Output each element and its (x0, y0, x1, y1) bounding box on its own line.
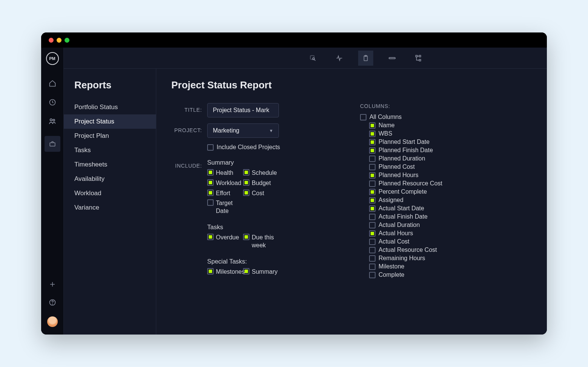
sidebar-item[interactable]: Project Status (64, 114, 156, 129)
reports-sidebar: Reports Portfolio StatusProject StatusPr… (64, 69, 156, 335)
include-option-label: Target Date (216, 199, 243, 215)
include-option[interactable]: Overdue (207, 234, 243, 250)
close-window-icon[interactable] (49, 38, 54, 43)
home-icon[interactable] (48, 79, 57, 88)
svg-rect-10 (389, 57, 396, 59)
title-input[interactable] (207, 103, 279, 117)
column-option[interactable]: WBS (369, 130, 442, 137)
sidebar-item[interactable]: Workload (64, 186, 156, 200)
column-option-label: Percent Complete (379, 188, 427, 195)
column-option[interactable]: Milestone (369, 263, 442, 270)
checkbox-icon (369, 247, 376, 253)
column-option-label: WBS (379, 130, 392, 137)
hierarchy-icon[interactable] (411, 51, 426, 66)
checkbox-icon (369, 164, 376, 170)
include-option[interactable]: Schedule (243, 169, 279, 177)
clock-icon[interactable] (48, 98, 57, 106)
column-option[interactable]: Actual Start Date (369, 205, 442, 212)
plus-icon[interactable] (48, 280, 57, 288)
checkbox-icon (369, 122, 376, 129)
column-option[interactable]: Planned Cost (369, 163, 442, 170)
include-option[interactable]: Milestones (207, 268, 243, 276)
column-option[interactable]: Planned Resource Cost (369, 180, 442, 187)
tasks-heading: Tasks (207, 224, 279, 231)
svg-rect-6 (310, 56, 314, 59)
sidebar-item[interactable]: Timesheets (64, 157, 156, 172)
people-icon[interactable] (48, 117, 57, 125)
sidebar-item[interactable]: Variance (64, 200, 156, 215)
checkbox-icon (369, 272, 376, 278)
checkbox-icon (207, 179, 214, 186)
briefcase-icon[interactable] (45, 136, 60, 152)
all-columns-checkbox[interactable]: All Columns (360, 114, 442, 120)
column-option[interactable]: Actual Resource Cost (369, 247, 442, 253)
include-closed-label: Include Closed Projects (217, 144, 280, 151)
include-option[interactable]: Effort (207, 190, 243, 197)
column-option-label: Milestone (379, 263, 404, 270)
avatar[interactable] (47, 316, 58, 327)
project-select[interactable]: Marketing ▼ (207, 123, 279, 138)
main-content: Project Status Report TITLE: PROJECT: Ma… (156, 69, 547, 335)
column-option-label: Name (379, 122, 395, 129)
column-option[interactable]: Planned Start Date (369, 139, 442, 145)
checkbox-icon (369, 255, 376, 262)
project-select-value: Marketing (213, 127, 239, 134)
sidebar-item[interactable]: Availability (64, 172, 156, 186)
svg-rect-13 (419, 59, 421, 61)
sidebar-item[interactable]: Portfolio Status (64, 100, 156, 114)
column-option[interactable]: Name (369, 122, 442, 129)
column-option[interactable]: Complete (369, 271, 442, 278)
include-option-label: Overdue (216, 234, 239, 242)
checkbox-icon (243, 179, 249, 186)
mac-titlebar (41, 32, 547, 48)
column-option[interactable]: Planned Duration (369, 155, 442, 162)
column-option-label: Assigned (379, 197, 403, 204)
search-icon[interactable] (305, 51, 320, 66)
checkbox-icon (369, 189, 376, 195)
checkbox-icon (243, 190, 249, 196)
link-icon[interactable] (385, 51, 400, 66)
include-option-label: Effort (216, 190, 230, 197)
include-option-label: Summary (252, 268, 277, 276)
column-option[interactable]: Remaining Hours (369, 255, 442, 262)
svg-point-1 (50, 119, 52, 121)
checkbox-icon (207, 169, 214, 176)
include-closed-checkbox[interactable]: Include Closed Projects (207, 144, 280, 151)
checkbox-icon (369, 264, 376, 270)
column-option[interactable]: Actual Cost (369, 238, 442, 245)
checkbox-icon (243, 234, 249, 240)
column-option[interactable]: Planned Hours (369, 172, 442, 179)
column-option[interactable]: Percent Complete (369, 188, 442, 195)
include-option-label: Workload (216, 179, 241, 187)
app-logo[interactable]: PM (46, 52, 59, 65)
help-icon[interactable] (48, 298, 57, 307)
sidebar-item[interactable]: Tasks (64, 143, 156, 157)
column-option-label: Complete (379, 271, 404, 278)
checkbox-icon (243, 268, 249, 274)
include-option[interactable]: Summary (243, 268, 279, 276)
include-option[interactable]: Workload (207, 179, 243, 187)
activity-icon[interactable] (332, 51, 347, 66)
column-option[interactable]: Assigned (369, 197, 442, 204)
column-option[interactable]: Actual Finish Date (369, 213, 442, 220)
checkbox-icon (207, 268, 214, 274)
include-label: INCLUDE: (171, 159, 207, 169)
clipboard-icon[interactable] (358, 51, 373, 66)
column-option[interactable]: Planned Finish Date (369, 147, 442, 154)
minimize-window-icon[interactable] (57, 38, 62, 43)
include-option[interactable]: Target Date (207, 199, 243, 215)
include-option[interactable]: Cost (243, 190, 279, 197)
maximize-window-icon[interactable] (65, 38, 69, 43)
svg-rect-3 (50, 143, 55, 146)
include-option-label: Due this week (252, 234, 279, 250)
checkbox-icon (243, 169, 249, 176)
include-option[interactable]: Budget (243, 179, 279, 187)
sidebar-item[interactable]: Project Plan (64, 129, 156, 143)
sidebar-title: Reports (64, 79, 156, 100)
column-option[interactable]: Actual Duration (369, 222, 442, 228)
include-option[interactable]: Health (207, 169, 243, 177)
column-option[interactable]: Actual Hours (369, 230, 442, 237)
checkbox-icon (369, 172, 376, 179)
include-option[interactable]: Due this week (243, 234, 279, 250)
checkbox-icon (369, 131, 376, 137)
